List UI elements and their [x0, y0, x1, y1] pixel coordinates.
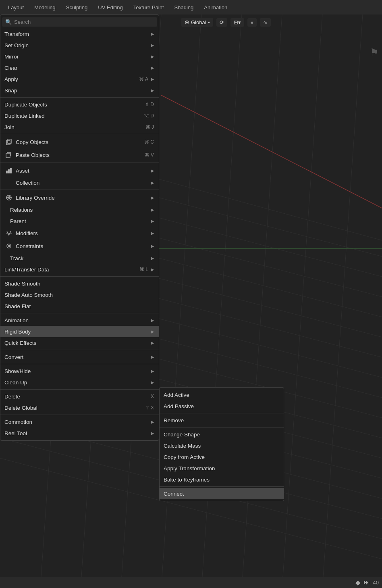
arrow-icon: ▶ [151, 354, 154, 360]
arrow-icon: ▶ [151, 318, 154, 323]
arrow-icon: ▶ [151, 231, 154, 236]
menu-item-parent[interactable]: Parent ▶ [0, 215, 159, 227]
arrow-icon: ▶ [151, 419, 154, 425]
menu-item-delete[interactable]: Delete X [0, 391, 159, 402]
submenu-item-remove[interactable]: Remove [160, 415, 284, 426]
tab-uv-editing[interactable]: UV Editing [93, 3, 127, 12]
menu-item-show-hide[interactable]: Show/Hide ▶ [0, 365, 159, 377]
tab-sculpting[interactable]: Sculpting [61, 3, 92, 12]
arrow-icon: ▶ [151, 54, 154, 59]
arrow-icon: ▶ [151, 431, 154, 436]
menu-item-copy-objects[interactable]: Copy Objects ⌘ C [0, 136, 159, 148]
arrow-icon: ▶ [151, 180, 154, 186]
svg-point-37 [8, 245, 10, 247]
submenu-item-change-shape[interactable]: Change Shape [160, 429, 284, 440]
tab-layout[interactable]: Layout [3, 3, 29, 12]
svg-line-22 [242, 15, 282, 588]
tab-texture-paint[interactable]: Texture Paint [129, 3, 169, 12]
separator-4 [0, 190, 159, 190]
menu-item-shade-flat[interactable]: Shade Flat [0, 300, 159, 312]
menu-item-set-origin[interactable]: Set Origin ▶ [0, 40, 159, 51]
menu-search-bar[interactable]: 🔍 Search [2, 17, 157, 27]
copy-icon [4, 138, 13, 146]
arrow-icon: ▶ [151, 43, 154, 48]
global-dropdown[interactable]: ⊕ Global ▾ [181, 18, 213, 27]
arrow-icon: ▶ [151, 77, 154, 82]
menu-item-link-transfer[interactable]: Link/Transfer Data ⌘ L ▶ [0, 264, 159, 275]
menu-item-collection[interactable]: Collection ▶ [0, 177, 159, 188]
timeline-controls: ◆ ⏭ 40 [355, 579, 379, 586]
search-placeholder: Search [14, 19, 31, 25]
menu-item-shade-smooth[interactable]: Shade Smooth [0, 278, 159, 289]
submenu-item-apply-transformation[interactable]: Apply Transformation [160, 463, 284, 474]
menu-item-duplicate-linked[interactable]: Duplicate Linked ⌥ D [0, 110, 159, 121]
menu-item-paste-objects[interactable]: Paste Objects ⌘ V [0, 148, 159, 161]
menu-item-modifiers[interactable]: Modifiers ▶ [0, 227, 159, 240]
menu-item-transform[interactable]: Transform ▶ [0, 28, 159, 40]
menu-item-apply[interactable]: Apply ⌘ A ▶ [0, 73, 159, 85]
separator-8 [0, 364, 159, 364]
menu-item-reel-tool[interactable]: Reel Tool ▶ [0, 427, 159, 439]
arrow-icon: ▶ [151, 65, 154, 71]
separator-6 [0, 313, 159, 313]
arrow-icon: ▶ [151, 168, 154, 173]
menu-item-commotion[interactable]: Commotion ▶ [0, 416, 159, 427]
arrow-icon: ▶ [151, 329, 154, 334]
separator-9 [0, 389, 159, 390]
separator-2 [0, 134, 159, 134]
menu-item-snap[interactable]: Snap ▶ [0, 85, 159, 96]
menu-item-convert[interactable]: Convert ▶ [0, 351, 159, 363]
menu-item-constraints[interactable]: Constraints ▶ [0, 240, 159, 252]
arrow-icon: ▶ [151, 88, 154, 93]
submenu-item-copy-from-active[interactable]: Copy from Active [160, 451, 284, 463]
menu-item-animation[interactable]: Animation ▶ [0, 315, 159, 326]
sub-separator-1 [160, 413, 284, 413]
render-button[interactable]: ● [247, 18, 257, 27]
snap-button[interactable]: ⊞▾ [230, 18, 244, 27]
arrow-icon: ▶ [151, 380, 154, 385]
svg-line-23 [282, 15, 322, 588]
menu-item-relations[interactable]: Relations ▶ [0, 204, 159, 215]
menu-item-join[interactable]: Join ⌘ J [0, 121, 159, 133]
frame-number: 40 [373, 580, 379, 586]
menu-item-library-override[interactable]: Library Override ▶ [0, 191, 159, 204]
arrow-icon: ▶ [151, 369, 154, 374]
proportional-edit-button[interactable]: ⟳ [216, 18, 227, 27]
top-bar: Layout Modeling Sculpting UV Editing Tex… [0, 0, 382, 15]
submenu-item-calculate-mass[interactable]: Calculate Mass [160, 440, 284, 451]
tab-modeling[interactable]: Modeling [29, 3, 60, 12]
tab-shading[interactable]: Shading [170, 3, 199, 12]
submenu-item-connect[interactable]: Connect [160, 488, 284, 499]
menu-item-clean-up[interactable]: Clean Up ▶ [0, 377, 159, 388]
menu-item-delete-global[interactable]: Delete Global ⇧ X [0, 402, 159, 413]
submenu-item-add-active[interactable]: Add Active [160, 389, 284, 400]
menu-item-asset[interactable]: Asset ▶ [0, 164, 159, 177]
arrow-icon: ▶ [151, 340, 154, 346]
separator-10 [0, 415, 159, 415]
curve-button[interactable]: ∿ [260, 18, 271, 27]
library-override-icon [4, 193, 13, 202]
menu-item-shade-auto-smooth[interactable]: Shade Auto Smooth [0, 289, 159, 300]
arrow-icon: ▶ [151, 267, 154, 272]
menu-item-clear[interactable]: Clear ▶ [0, 62, 159, 73]
separator-1 [0, 97, 159, 98]
menu-item-mirror[interactable]: Mirror ▶ [0, 51, 159, 62]
tab-animation[interactable]: Animation [199, 3, 232, 12]
skip-to-end-icon[interactable]: ⏭ [363, 579, 370, 586]
menu-item-rigid-body[interactable]: Rigid Body ▶ [0, 326, 159, 337]
svg-line-20 [161, 15, 201, 588]
menu-item-quick-effects[interactable]: Quick Effects ▶ [0, 337, 159, 348]
arrow-icon: ▶ [151, 219, 154, 224]
paste-icon [4, 150, 13, 159]
submenu-item-bake-to-keyframes[interactable]: Bake to Keyframes [160, 474, 284, 485]
submenu-item-add-passive[interactable]: Add Passive [160, 400, 284, 412]
rigid-body-submenu: Add Active Add Passive Remove Change Sha… [159, 387, 284, 501]
keyframe-diamond-icon[interactable]: ◆ [355, 579, 360, 586]
svg-point-36 [7, 244, 11, 248]
arrow-icon: ▶ [151, 256, 154, 261]
search-icon: 🔍 [5, 19, 12, 25]
menu-item-duplicate-objects[interactable]: Duplicate Objects ⇧ D [0, 99, 159, 110]
separator-7 [0, 350, 159, 350]
viewport-controls: ⊕ Global ▾ ⟳ ⊞▾ ● ∿ [181, 18, 271, 27]
menu-item-track[interactable]: Track ▶ [0, 252, 159, 264]
